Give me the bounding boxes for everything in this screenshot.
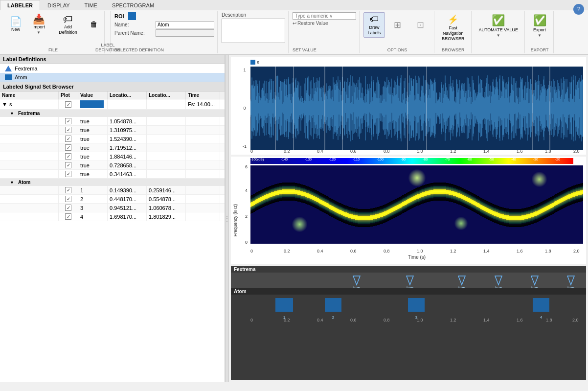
new-button[interactable]: 📄 New: [5, 15, 26, 34]
atom-track-title: Atom: [231, 288, 586, 295]
fr7-cb[interactable]: [59, 170, 78, 178]
fr6-cb[interactable]: [59, 161, 78, 169]
ribbon-content: 📄 New 📥 Import ▼ 🏷 Add Definition 🗑 FILE: [0, 10, 588, 54]
signal-s-value: [78, 99, 108, 109]
roi-label: ROI: [114, 13, 124, 19]
value-input[interactable]: [293, 12, 356, 20]
waveform-chart[interactable]: 1 0 -1 s 0 0.2 0.4: [231, 57, 586, 155]
at-x12: 1.2: [450, 318, 456, 322]
spectrogram-chart[interactable]: -160(dB) -140 -130 -120 -110 -100 -90 -8…: [231, 157, 586, 264]
fextrema-row-5[interactable]: true 1.884146...: [0, 152, 225, 161]
atom-row-3[interactable]: 3 0.945121... 1.060678...: [0, 204, 225, 212]
description-input[interactable]: [222, 19, 285, 43]
chart-area: 1 0 -1 s 0 0.2 0.4: [229, 55, 588, 382]
tab-labeler[interactable]: LABELER: [0, 0, 40, 10]
fast-nav-button[interactable]: ⚡ FastNavigationBROWSER: [438, 12, 468, 43]
waveform-canvas: [250, 67, 583, 150]
name-input[interactable]: [156, 21, 214, 28]
y-label-1: 1: [243, 68, 246, 72]
fr2-checkbox[interactable]: [65, 127, 71, 133]
ar2-checkbox[interactable]: [65, 196, 71, 202]
signal-row-s[interactable]: ▼ s Fs: 14.00...: [0, 99, 225, 110]
ft-marker-3: [458, 276, 465, 285]
ar1-checkbox[interactable]: [65, 187, 71, 193]
fextrema-annotations: true true true true true true: [353, 276, 586, 289]
automate-value-button[interactable]: ✅ AUTOMATE VALUE ▼: [475, 12, 522, 40]
spec-x18: 1.8: [545, 249, 551, 253]
atom-row-4[interactable]: 4 1.698170... 1.801829...: [0, 212, 225, 221]
fr6-name: [18, 161, 59, 169]
atom-row-2[interactable]: 2 0.448170... 0.554878...: [0, 195, 225, 204]
parent-name-input[interactable]: [156, 29, 214, 37]
export-button[interactable]: ✅ Export ▼: [529, 12, 550, 40]
fextrema-row-2[interactable]: true 1.310975...: [0, 126, 225, 135]
fr5-checkbox[interactable]: [65, 153, 71, 160]
fr6-checkbox[interactable]: [65, 162, 71, 168]
fr3-cb[interactable]: [59, 135, 78, 143]
ar1-loc2: 0.259146...: [147, 186, 186, 194]
import-button[interactable]: 📥 Import ▼: [28, 12, 49, 37]
ar1-loc1: 0.149390...: [108, 186, 147, 194]
panel-resize-handle[interactable]: [225, 55, 229, 382]
description-label: Description: [222, 12, 246, 18]
add-definition-label: Add Definition: [54, 24, 82, 35]
spec-x10: 1.0: [417, 249, 423, 253]
tab-display[interactable]: DISPLAY: [40, 0, 77, 10]
restore-value-button[interactable]: ↩ Restore Value: [293, 21, 328, 26]
ar4-loc2: 1.801829...: [147, 212, 186, 221]
ar1-cb[interactable]: [59, 186, 78, 194]
fextrema-group-row[interactable]: ▼ Fextrema: [0, 110, 225, 117]
fextrema-row-1[interactable]: true 1.054878...: [0, 117, 225, 126]
atom-x-axis: 0 0.2 0.4 0.6 0.8 1.0 1.2 1.4 1.6 1.8 2.…: [250, 318, 579, 322]
draw-labels-label: DrawLabels: [368, 25, 381, 36]
ar3-checkbox[interactable]: [65, 205, 71, 211]
name-row: Name:: [114, 21, 214, 28]
fr2-time: [186, 126, 220, 134]
options-btn3[interactable]: ⊡: [409, 18, 431, 32]
signal-s-plot-cb[interactable]: [59, 99, 78, 109]
tab-spectrogram[interactable]: SPECTROGRAM: [105, 0, 161, 10]
spec-x04: 0.4: [317, 249, 323, 253]
add-definition-button[interactable]: 🏷 Add Definition: [51, 12, 85, 37]
label-item-atom[interactable]: Atom: [0, 73, 225, 82]
signal-s-checkbox[interactable]: [65, 101, 71, 108]
spectrogram-svg: Frequency (kHz) 0 2 4 6 0 0.2 0.4 0.6 0.…: [231, 157, 586, 264]
fr7-checkbox[interactable]: [65, 171, 71, 177]
atom-row-1[interactable]: 1 0.149390... 0.259146...: [0, 186, 225, 195]
fr4-cb[interactable]: [59, 143, 78, 152]
ar3-cb[interactable]: [59, 204, 78, 212]
fr3-checkbox[interactable]: [65, 136, 71, 142]
spec-x02: 0.2: [284, 249, 290, 253]
ar4-loc1: 1.698170...: [108, 212, 147, 221]
options-btn2[interactable]: ⊞: [386, 18, 408, 32]
help-button[interactable]: ?: [573, 4, 584, 15]
fr1-cb[interactable]: [59, 117, 78, 125]
import-dropdown-arrow: ▼: [37, 30, 41, 35]
delete-button[interactable]: 🗑: [87, 19, 101, 30]
fextrema-row-7[interactable]: true 0.341463...: [0, 170, 225, 179]
col-time: Time: [186, 92, 220, 99]
atom-annotations: 1 2 3 4: [275, 298, 549, 320]
tab-time[interactable]: TIME: [77, 0, 105, 10]
selected-def-group-label: SELECTED DEFINITION: [114, 46, 164, 52]
fr1-checkbox[interactable]: [65, 118, 71, 124]
fextrema-row-6[interactable]: true 0.728658...: [0, 161, 225, 170]
ar3-value: 3: [78, 204, 108, 212]
ar4-checkbox[interactable]: [65, 213, 71, 220]
spec-x12: 1.2: [450, 249, 456, 253]
atom-label-2: 2: [332, 315, 335, 320]
ar2-cb[interactable]: [59, 195, 78, 203]
fextrema-row-4[interactable]: true 1.719512...: [0, 143, 225, 152]
fr5-cb[interactable]: [59, 152, 78, 161]
at-x10: 1.0: [417, 318, 423, 322]
label-item-fextrema[interactable]: Fextrema: [0, 64, 225, 73]
ar4-cb[interactable]: [59, 212, 78, 221]
ribbon-group-set-value: ↩ Restore Value SET VALUE: [290, 11, 360, 53]
fr4-checkbox[interactable]: [65, 144, 71, 151]
fr7-name: [18, 170, 59, 178]
fextrema-row-3[interactable]: true 1.524390...: [0, 135, 225, 143]
draw-labels-button[interactable]: 🏷 DrawLabels: [363, 12, 385, 38]
atom-group-row[interactable]: ▼ Atom: [0, 179, 225, 186]
fr2-cb[interactable]: [59, 126, 78, 134]
col-name: Name: [0, 92, 59, 99]
